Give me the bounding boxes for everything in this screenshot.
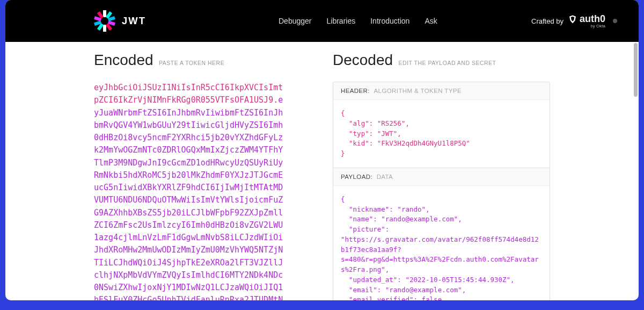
auth0-shield-icon [568, 15, 577, 24]
browser-frame: JWT Debugger Libraries Introduction Ask … [0, 0, 644, 310]
decoded-header-bar: HEADER: ALGORITHM & TOKEN TYPE [333, 82, 550, 100]
encoded-token-area[interactable]: eyJhbGciOiJSUzI1NiIsInR5cCI6IkpXVCIsImtp… [94, 82, 311, 300]
encoded-column: Encoded PASTE A TOKEN HERE eyJhbGciOiJSU… [94, 52, 311, 300]
auth0-byline: by Okta [590, 24, 605, 28]
jwt-asterisk-icon [94, 10, 115, 32]
decoded-title: Decoded [333, 52, 393, 69]
decoded-column: Decoded EDIT THE PAYLOAD AND SECRET HEAD… [333, 52, 550, 300]
vertical-scrollbar[interactable] [634, 43, 638, 97]
main-nav: Debugger Libraries Introduction Ask [279, 17, 437, 25]
auth0-text: auth0 [580, 13, 605, 25]
topbar: JWT Debugger Libraries Introduction Ask … [5, 0, 639, 42]
auth0-logo: auth0 by Okta [568, 13, 605, 28]
status-dot [613, 19, 617, 23]
jwt-logo[interactable]: JWT [94, 10, 171, 32]
crafted-by[interactable]: Crafted by auth0 by Okta [531, 13, 617, 28]
nav-libraries[interactable]: Libraries [327, 17, 356, 25]
svg-text:JWT: JWT [122, 15, 146, 26]
decoded-hint: EDIT THE PAYLOAD AND SECRET [399, 60, 496, 66]
svg-rect-0 [103, 10, 106, 17]
crafted-by-label: Crafted by [531, 17, 564, 25]
payload-label: PAYLOAD: [341, 174, 372, 180]
encoded-title: Encoded [94, 52, 153, 69]
nav-introduction[interactable]: Introduction [370, 17, 409, 25]
encoded-hint: PASTE A TOKEN HERE [159, 60, 224, 66]
payload-hint: DATA [377, 174, 393, 180]
header-label: HEADER: [341, 88, 370, 94]
decoded-panels: HEADER: ALGORITHM & TOKEN TYPE { "alg": … [333, 82, 550, 300]
nav-debugger[interactable]: Debugger [279, 17, 312, 25]
svg-rect-1 [103, 25, 106, 32]
main-content: Encoded PASTE A TOKEN HERE eyJhbGciOiJSU… [5, 42, 639, 300]
decoded-header-section: HEADER: ALGORITHM & TOKEN TYPE { "alg": … [333, 82, 550, 168]
decoded-payload-section: PAYLOAD: DATA { "nickname": "rando", "na… [333, 168, 550, 300]
decoded-header-body[interactable]: { "alg": "RS256", "typ": "JWT", "kid": "… [333, 100, 550, 168]
decoded-payload-bar: PAYLOAD: DATA [333, 168, 550, 186]
header-hint: ALGORITHM & TOKEN TYPE [374, 88, 462, 94]
nav-ask[interactable]: Ask [425, 17, 437, 25]
jwt-wordmark: JWT [122, 14, 171, 28]
decoded-payload-body[interactable]: { "nickname": "rando", "name": "rando@ex… [333, 186, 550, 300]
app-window: JWT Debugger Libraries Introduction Ask … [5, 0, 639, 300]
